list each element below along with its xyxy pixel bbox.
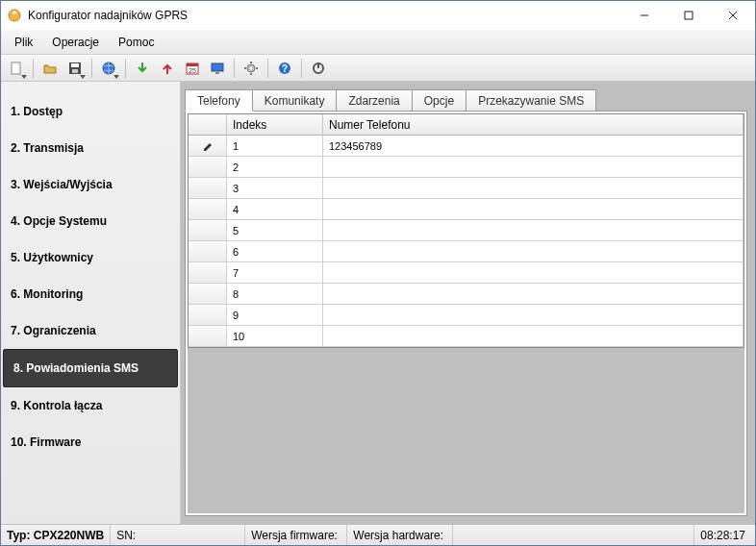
help-icon[interactable]: ?: [273, 57, 296, 80]
cell-number[interactable]: 123456789: [323, 136, 743, 157]
new-file-icon[interactable]: [5, 57, 28, 80]
row-marker: [189, 157, 227, 178]
table-row[interactable]: 2: [189, 157, 743, 178]
edit-icon: [202, 139, 214, 153]
status-type-value: CPX220NWB: [34, 529, 104, 542]
cell-number[interactable]: [323, 199, 743, 220]
grid-header-marker: [189, 114, 227, 136]
row-marker: [189, 262, 227, 284]
table-row[interactable]: 9: [189, 305, 743, 326]
cell-index[interactable]: 6: [227, 241, 323, 262]
grid-header-number[interactable]: Numer Telefonu: [323, 114, 743, 136]
cell-index[interactable]: 2: [227, 157, 323, 178]
row-marker: [189, 136, 227, 157]
download-icon[interactable]: [131, 57, 154, 80]
minimize-button[interactable]: [622, 1, 667, 30]
status-type-label: Typ:: [7, 529, 30, 542]
cell-number[interactable]: [323, 262, 743, 284]
cell-number[interactable]: [323, 284, 743, 305]
row-marker: [189, 178, 227, 199]
status-fw-label: Wersja firmware:: [251, 529, 338, 542]
sidebar-item-9[interactable]: 10. Firmware: [1, 424, 180, 460]
phones-grid[interactable]: Indeks Numer Telefonu 112345678923456789…: [188, 113, 744, 348]
row-marker: [189, 220, 227, 241]
sidebar-item-7[interactable]: 8. Powiadomienia SMS: [3, 349, 178, 387]
sidebar-item-4[interactable]: 5. Użytkownicy: [1, 239, 180, 276]
cell-number[interactable]: [323, 220, 743, 241]
window-title: Konfigurator nadajników GPRS: [28, 9, 622, 22]
cell-index[interactable]: 9: [227, 305, 323, 326]
upload-icon[interactable]: [156, 57, 179, 80]
sidebar-item-1[interactable]: 2. Transmisja: [1, 130, 180, 166]
cell-index[interactable]: 5: [227, 220, 323, 241]
maximize-button[interactable]: [667, 1, 711, 30]
menu-file[interactable]: Plik: [7, 34, 40, 51]
table-row[interactable]: 6: [189, 241, 743, 262]
row-marker: [189, 326, 227, 347]
sidebar-item-3[interactable]: 4. Opcje Systemu: [1, 203, 180, 239]
cell-number[interactable]: [323, 326, 743, 347]
sidebar: 1. Dostęp2. Transmisja3. Wejścia/Wyjścia…: [1, 82, 181, 524]
tab-3[interactable]: Opcje: [412, 89, 466, 111]
power-icon[interactable]: [307, 57, 330, 80]
open-folder-icon[interactable]: [38, 57, 62, 80]
table-row[interactable]: 1123456789: [189, 136, 743, 157]
table-row[interactable]: 4: [189, 199, 743, 220]
cell-number[interactable]: [323, 305, 743, 326]
row-marker: [189, 241, 227, 262]
menu-operations[interactable]: Operacje: [44, 34, 107, 51]
svg-rect-10: [72, 69, 78, 73]
gear-icon[interactable]: [239, 57, 263, 80]
sidebar-item-8[interactable]: 9. Kontrola łącza: [1, 387, 180, 424]
tab-2[interactable]: Zdarzenia: [336, 89, 412, 111]
save-icon[interactable]: [63, 57, 87, 80]
close-button[interactable]: [711, 1, 755, 30]
tab-panel: Indeks Numer Telefonu 112345678923456789…: [185, 111, 747, 516]
svg-rect-15: [212, 63, 223, 71]
sidebar-item-5[interactable]: 6. Monitoring: [1, 276, 180, 312]
menu-bar: Plik Operacje Pomoc: [1, 30, 755, 55]
status-bar: Typ: CPX220NWB SN: Wersja firmware: Wers…: [1, 524, 755, 545]
cell-index[interactable]: 8: [227, 284, 323, 305]
sidebar-item-6[interactable]: 7. Ograniczenia: [1, 312, 180, 349]
row-marker: [189, 199, 227, 220]
tab-0[interactable]: Telefony: [185, 89, 253, 112]
svg-rect-13: [187, 63, 198, 66]
menu-help[interactable]: Pomoc: [111, 34, 162, 51]
tab-1[interactable]: Komunikaty: [252, 89, 338, 111]
table-row[interactable]: 7: [189, 262, 743, 284]
calendar-icon[interactable]: 25: [181, 57, 204, 80]
tab-strip: TelefonyKomunikatyZdarzeniaOpcjePrzekazy…: [185, 87, 747, 111]
cell-number[interactable]: [323, 178, 743, 199]
svg-rect-3: [685, 12, 693, 19]
globe-icon[interactable]: [97, 57, 120, 80]
svg-point-1: [13, 11, 16, 14]
svg-rect-16: [215, 72, 219, 74]
svg-point-18: [250, 66, 253, 69]
cell-index[interactable]: 7: [227, 262, 323, 284]
cell-index[interactable]: 1: [227, 136, 323, 157]
svg-text:25: 25: [189, 67, 196, 74]
table-row[interactable]: 3: [189, 178, 743, 199]
cell-index[interactable]: 4: [227, 199, 323, 220]
status-sn-label: SN:: [116, 529, 136, 542]
tab-4[interactable]: Przekazywanie SMS: [466, 89, 596, 111]
status-hw-label: Wersja hardware:: [353, 529, 443, 542]
grid-header-index[interactable]: Indeks: [227, 114, 323, 136]
cell-index[interactable]: 10: [227, 326, 323, 347]
table-row[interactable]: 5: [189, 220, 743, 241]
cell-number[interactable]: [323, 157, 743, 178]
table-row[interactable]: 10: [189, 326, 743, 347]
panel-empty-area: [188, 348, 744, 513]
title-bar: Konfigurator nadajników GPRS: [1, 1, 755, 30]
sidebar-item-0[interactable]: 1. Dostęp: [1, 93, 180, 130]
cell-number[interactable]: [323, 241, 743, 262]
table-row[interactable]: 8: [189, 284, 743, 305]
row-marker: [189, 305, 227, 326]
monitor-icon[interactable]: [206, 57, 229, 80]
toolbar: 25 ?: [1, 55, 755, 82]
content-area: TelefonyKomunikatyZdarzeniaOpcjePrzekazy…: [181, 82, 755, 524]
cell-index[interactable]: 3: [227, 178, 323, 199]
row-marker: [189, 284, 227, 305]
sidebar-item-2[interactable]: 3. Wejścia/Wyjścia: [1, 166, 180, 203]
